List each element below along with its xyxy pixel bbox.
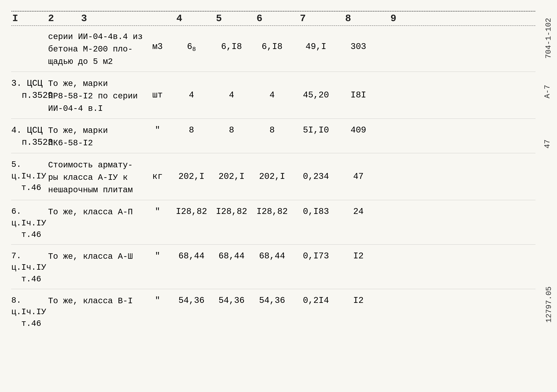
cell-col4-7: 68,44 — [172, 250, 211, 261]
cell-col4-0: 68 — [172, 31, 211, 53]
col-header-3: 3 — [81, 13, 87, 24]
cell-desc-5: Стоимость армату-ры класса А-IУ кнешароч… — [48, 159, 143, 196]
margin-label-a7: А-7 — [543, 85, 552, 98]
cell-ref-3: 3. ЦСЦ п.3529 — [11, 78, 48, 102]
cell-unit-0: м3 — [143, 31, 172, 52]
header-row: I 2 3 4 5 6 7 8 9 — [11, 12, 535, 26]
cell-col7-4: 5I,I0 — [292, 124, 340, 135]
cell-desc-7: То же, класса А-Ш — [48, 250, 143, 263]
cell-col6-7: 68,44 — [252, 250, 292, 261]
cell-unit-3: шт — [143, 78, 172, 100]
cell-desc-8: То же, класса В-I — [48, 295, 143, 307]
cell-col5-4: 8 — [211, 124, 252, 135]
cell-ref-4: 4. ЦСЦ п.3523 — [11, 124, 48, 149]
cell-col6-6: I28,82 — [252, 206, 292, 216]
cell-col4-6: I28,82 — [172, 206, 211, 216]
cell-col4-3: 4 — [172, 78, 211, 100]
cell-col7-7: 0,I73 — [292, 250, 340, 261]
cell-col8-0: 303 — [340, 31, 377, 52]
cell-col8-7: I2 — [340, 250, 377, 261]
cell-col4-8: 54,36 — [172, 295, 211, 305]
cell-ref-7: 7. ц.Iч.IУ т.46 — [11, 250, 48, 285]
cell-col5-3: 4 — [211, 78, 252, 100]
cell-col5-5: 202,I — [211, 159, 252, 182]
margin-label-47: 47 — [543, 139, 552, 149]
table-row: 5. ц.Iч.IУ т.46 Стоимость армату-ры клас… — [11, 153, 535, 200]
top-border-line — [11, 11, 535, 11]
margin-label-704: 704-1-102 — [544, 18, 553, 59]
cell-col7-6: 0,I83 — [292, 206, 340, 216]
col-header-4: 4 — [176, 13, 182, 24]
cell-col6-4: 8 — [252, 124, 292, 135]
cell-col6-8: 54,36 — [252, 295, 292, 305]
col-header-2: 2 — [48, 13, 54, 24]
col-header-1: I — [12, 13, 18, 24]
cell-col6-0: 6,I8 — [252, 31, 292, 52]
cell-col8-8: I2 — [340, 295, 377, 305]
cell-col5-6: I28,82 — [211, 206, 252, 216]
cell-ref-6: 6. ц.Iч.IУ т.46 — [11, 206, 48, 241]
table-row: 4. ЦСЦ п.3523 То же, маркиПК6-58-I2 " 8 … — [11, 119, 535, 153]
cell-col7-0: 49,I — [292, 31, 340, 52]
cell-col5-0: 6,I8 — [211, 31, 252, 52]
col-header-7: 7 — [300, 13, 306, 24]
cell-desc-4: То же, маркиПК6-58-I2 — [48, 124, 143, 149]
cell-col8-5: 47 — [340, 159, 377, 182]
cell-col7-3: 45,20 — [292, 78, 340, 100]
cell-unit-8: " — [143, 295, 172, 305]
cell-desc-3: То же, маркиПР8-58-I2 по серииИИ-04-4 в.… — [48, 78, 143, 115]
col-header-9: 9 — [390, 13, 396, 24]
table-row: серии ИИ-04-4в.4 избетона М-200 пло-щадь… — [11, 26, 535, 72]
margin-label-12797: 12797.05 — [545, 287, 553, 323]
cell-ref-5: 5. ц.Iч.IУ т.46 — [11, 159, 48, 194]
table-row: 7. ц.Iч.IУ т.46 То же, класса А-Ш " 68,4… — [11, 245, 535, 289]
table-body: серии ИИ-04-4в.4 избетона М-200 пло-щадь… — [11, 26, 535, 333]
cell-col7-5: 0,234 — [292, 159, 340, 182]
cell-col4-5: 202,I — [172, 159, 211, 182]
cell-unit-4: " — [143, 124, 172, 135]
cell-desc-6: То же, класса А-П — [48, 206, 143, 218]
cell-unit-6: " — [143, 206, 172, 216]
cell-col6-5: 202,I — [252, 159, 292, 182]
cell-ref-8: 8. ц.Iч.IУ т.46 — [11, 295, 48, 330]
cell-col5-7: 68,44 — [211, 250, 252, 261]
cell-col8-3: I8I — [340, 78, 377, 100]
cell-unit-5: кг — [143, 159, 172, 182]
col-header-8: 8 — [345, 13, 351, 24]
cell-col8-6: 24 — [340, 206, 377, 216]
cell-col4-4: 8 — [172, 124, 211, 135]
table-row: 3. ЦСЦ п.3529 То же, маркиПР8-58-I2 по с… — [11, 72, 535, 119]
cell-col6-3: 4 — [252, 78, 292, 100]
cell-col5-8: 54,36 — [211, 295, 252, 305]
col-header-5: 5 — [216, 13, 222, 24]
cell-desc-0: серии ИИ-04-4в.4 избетона М-200 пло-щадь… — [48, 31, 143, 68]
cell-col8-4: 409 — [340, 124, 377, 135]
page: I 2 3 4 5 6 7 8 9 серии ИИ-04-4в.4 избет… — [0, 0, 557, 392]
cell-unit-7: " — [143, 250, 172, 261]
cell-col7-8: 0,2I4 — [292, 295, 340, 305]
table-row: 8. ц.Iч.IУ т.46 То же, класса В-I " 54,3… — [11, 289, 535, 333]
table-row: 6. ц.Iч.IУ т.46 То же, класса А-П " I28,… — [11, 200, 535, 245]
col-header-6: 6 — [256, 13, 262, 24]
